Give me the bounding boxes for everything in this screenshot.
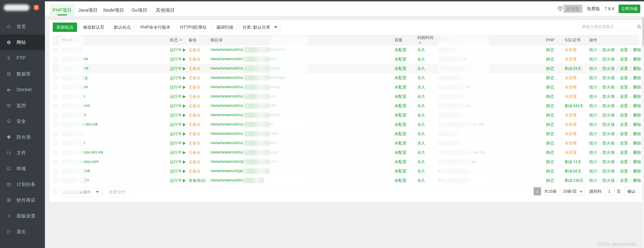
ssl-link[interactable]: 剩余74天 <box>565 159 582 164</box>
quota-link[interactable]: 未配置 <box>394 66 406 71</box>
row-action-0[interactable]: 统计 <box>589 103 598 108</box>
search-icon[interactable] <box>636 24 642 29</box>
row-checkbox[interactable] <box>54 86 58 89</box>
quota-link[interactable]: 未配置 <box>394 178 406 183</box>
php-version-link[interactable]: 静态 <box>546 122 554 127</box>
backup-link[interactable]: 无备份 <box>188 48 201 52</box>
row-checkbox[interactable] <box>54 76 58 80</box>
backup-link[interactable]: 无备份 <box>188 169 201 173</box>
expire-link[interactable]: 永久 <box>417 57 426 61</box>
toolbar-button-4[interactable]: 漏洞扫描 <box>212 23 237 32</box>
row-checkbox[interactable] <box>54 170 58 173</box>
row-checkbox[interactable] <box>54 48 58 52</box>
row-action-2[interactable]: 设置 <box>620 66 628 71</box>
quota-link[interactable]: 未配置 <box>394 169 406 173</box>
root-path-link[interactable]: /www/wwwroot/caebsite <box>210 112 281 117</box>
backup-link[interactable]: 无备份 <box>188 66 201 71</box>
root-path-link[interactable]: /www/wwwroot/caexpo <box>210 150 279 154</box>
expire-link[interactable]: 永久 <box>417 169 426 173</box>
site-status-link[interactable]: 运行中 <box>170 85 186 89</box>
toolbar-button-3[interactable]: HTTPS防窜站 <box>176 23 210 32</box>
upgrade-button[interactable]: 立即升级 <box>618 5 640 13</box>
site-name-link[interactable]: in.len.ink <box>82 122 98 126</box>
sidebar-item-home[interactable]: 首页 <box>0 19 45 35</box>
row-action-0[interactable]: 统计 <box>589 178 598 183</box>
note-text[interactable]: len.ink <box>473 150 485 155</box>
ssl-link[interactable]: 剩余29天 <box>565 66 582 71</box>
site-status-link[interactable]: 运行中 <box>170 76 186 80</box>
backup-link[interactable]: 无备份 <box>188 131 201 136</box>
row-action-1[interactable]: 防火墙 <box>602 48 615 52</box>
header-expire[interactable]: 到期时间 <box>416 35 438 45</box>
quota-link[interactable]: 未配置 <box>394 159 406 164</box>
row-checkbox[interactable] <box>54 104 58 108</box>
row-action-3[interactable]: 删除 <box>633 141 641 145</box>
ssl-link[interactable]: 未部署 <box>565 76 577 80</box>
note-text[interactable]: im <box>438 178 443 182</box>
row-action-3[interactable]: 删除 <box>633 122 641 127</box>
edition-badge-wrap[interactable]: 企业版 <box>557 5 582 13</box>
sidebar-item-store[interactable]: 软件商店 <box>0 192 45 208</box>
expire-link[interactable]: 永久 <box>417 76 426 80</box>
scrollbar-thumb[interactable] <box>642 17 644 46</box>
current-page-button[interactable]: 1 <box>534 187 541 195</box>
sidebar-item-folder[interactable]: 文件 <box>0 145 45 161</box>
quota-link[interactable]: 未配置 <box>394 76 406 80</box>
row-action-3[interactable]: 删除 <box>633 48 641 52</box>
root-path-link[interactable]: /www/wwwroot/casite <box>210 103 276 108</box>
row-action-1[interactable]: 防火墙 <box>602 122 615 127</box>
ssl-link[interactable]: 未部署 <box>565 57 577 61</box>
ssl-link[interactable]: 剩余58天 <box>565 169 582 173</box>
site-status-link[interactable]: 运行中 <box>170 122 186 127</box>
expire-link[interactable]: 永久 <box>417 48 426 52</box>
sidebar-item-gear[interactable]: 面板设置 <box>0 208 45 224</box>
row-action-1[interactable]: 防火墙 <box>602 141 615 145</box>
row-action-1[interactable]: 防火墙 <box>602 131 615 136</box>
root-path-link[interactable]: /www/wwwroot/cain <box>210 122 273 126</box>
expire-link[interactable]: 永久 <box>417 66 426 71</box>
row-action-1[interactable]: 防火墙 <box>602 94 615 99</box>
expire-link[interactable]: 永久 <box>417 94 426 99</box>
row-checkbox[interactable] <box>54 132 58 136</box>
expire-link[interactable]: 永久 <box>417 150 426 155</box>
site-name-link[interactable]: easy.com <box>82 159 99 164</box>
sidebar-item-firewall[interactable]: 防火墙 <box>0 129 45 145</box>
quota-link[interactable]: 未配置 <box>394 103 406 108</box>
sidebar-item-logout[interactable]: 退出 <box>0 224 45 239</box>
ssl-link[interactable]: 未部署 <box>565 150 577 155</box>
root-path-link[interactable]: /www/wwwroot/git <box>210 168 270 173</box>
row-action-2[interactable]: 设置 <box>620 48 628 52</box>
row-action-0[interactable]: 统计 <box>589 76 598 80</box>
site-name-link[interactable]: .ink <box>82 57 88 61</box>
root-path-link[interactable]: /www/wwwroot/canline <box>210 131 278 136</box>
row-action-1[interactable]: 防火墙 <box>602 113 615 117</box>
page-size-select[interactable]: 20条/页 <box>560 187 585 195</box>
backup-link[interactable]: 无备份 <box>188 159 201 164</box>
root-path-link[interactable]: /www/wwwroot/cai/publish <box>210 47 285 52</box>
tab-4[interactable]: 其他项目 <box>152 4 178 16</box>
category-select[interactable]: 分类: 默认分类 <box>239 23 280 32</box>
root-path-link[interactable]: /www/wwwroot/camin <box>210 140 276 145</box>
expire-link[interactable]: 永久 <box>417 113 426 117</box>
ssl-link[interactable]: 未部署 <box>565 85 577 89</box>
site-name-link[interactable]: x <box>84 140 86 145</box>
php-version-link[interactable]: 静态 <box>546 85 554 89</box>
php-version-link[interactable]: 静态 <box>546 131 554 136</box>
backup-link[interactable]: 无备份 <box>188 150 201 155</box>
php-version-link[interactable]: 静态 <box>546 169 554 173</box>
edition-badge[interactable]: 企业版 <box>562 5 582 13</box>
ssl-link[interactable]: 未部署 <box>565 122 577 127</box>
root-path-link[interactable]: /www/wwwroot/caoweb <box>210 66 280 70</box>
quota-link[interactable]: 未配置 <box>394 48 406 52</box>
row-action-1[interactable]: 防火墙 <box>602 150 615 155</box>
expire-link[interactable]: 永久 <box>417 159 426 164</box>
row-checkbox[interactable] <box>54 58 58 61</box>
row-action-3[interactable]: 删除 <box>633 178 641 183</box>
row-action-2[interactable]: 设置 <box>620 94 628 99</box>
row-action-0[interactable]: 统计 <box>589 141 598 145</box>
tab-2[interactable]: Node项目 <box>101 4 126 16</box>
site-name-link[interactable]: n <box>87 178 89 182</box>
site-status-link[interactable]: 运行中 <box>170 141 186 145</box>
backup-link[interactable]: 无备份 <box>188 122 201 127</box>
tab-1[interactable]: Java项目 <box>75 4 101 16</box>
